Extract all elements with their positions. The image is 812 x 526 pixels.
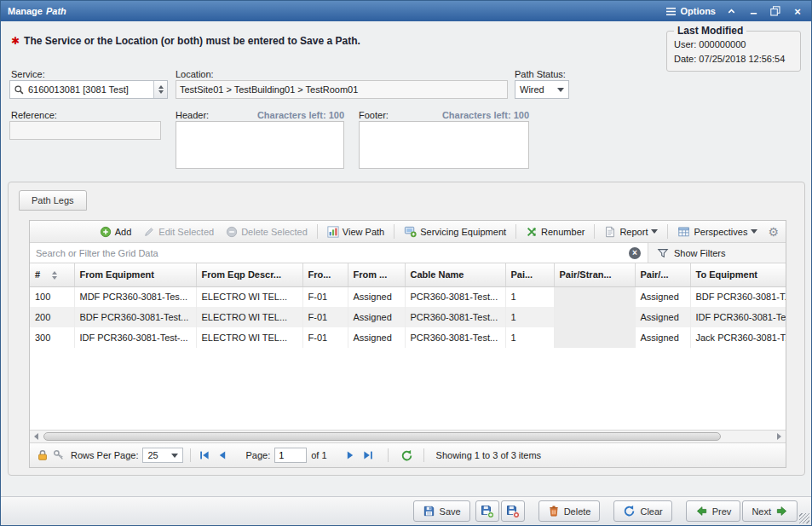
report-button[interactable]: Report — [599, 224, 663, 240]
cell[interactable]: PCR360-3081-Test... — [405, 327, 505, 348]
prev-page-button[interactable] — [216, 448, 229, 462]
cell[interactable]: IDF PCR360-3081-Test-... — [74, 327, 196, 348]
service-picker-trigger[interactable] — [153, 81, 167, 98]
cell[interactable]: Assigned — [348, 286, 405, 307]
cell[interactable]: MDF PCR360-3081-Tes... — [74, 286, 196, 307]
save-and-new-button[interactable] — [475, 500, 499, 522]
column-header-number-label: # — [35, 269, 40, 280]
cell[interactable]: Assigned — [635, 327, 690, 348]
cell[interactable]: 100 — [30, 286, 74, 307]
scrollbar-thumb[interactable] — [43, 432, 721, 441]
required-marker-icon: ✱ — [11, 35, 20, 47]
edit-selected-label: Edit Selected — [158, 227, 214, 237]
clear-search-button[interactable]: × — [629, 247, 641, 259]
next-button[interactable]: Next — [742, 500, 798, 522]
edit-selected-button[interactable]: Edit Selected — [138, 224, 219, 240]
column-header-cable-name[interactable]: Cable Name — [405, 263, 505, 286]
cell[interactable] — [554, 307, 635, 327]
service-field[interactable]: 6160013081 [3081 Test] — [9, 80, 168, 99]
cell[interactable]: BDF PCR360-3081-T... — [690, 286, 786, 307]
cell[interactable]: PCR360-3081-Test... — [405, 307, 505, 327]
clear-button[interactable]: Clear — [613, 500, 671, 522]
perspectives-button[interactable]: Perspectives — [672, 224, 763, 240]
cell[interactable]: 1 — [505, 307, 554, 327]
table-row[interactable]: 200 BDF PCR360-3081-Test... ELECTRO WI T… — [30, 307, 786, 327]
trash-icon — [548, 505, 560, 517]
key-button[interactable] — [53, 449, 65, 461]
next-page-button[interactable] — [343, 448, 357, 462]
cell[interactable]: Assigned — [635, 286, 690, 307]
cell[interactable]: Assigned — [348, 327, 405, 348]
filter-funnel-icon — [657, 247, 669, 259]
cell[interactable]: Assigned — [348, 307, 405, 327]
cell[interactable]: 300 — [30, 327, 74, 348]
cell[interactable]: BDF PCR360-3081-Test... — [74, 307, 196, 327]
save-and-close-button[interactable] — [501, 500, 525, 522]
path-status-select[interactable]: Wired — [515, 80, 569, 99]
tab-path-legs[interactable]: Path Legs — [19, 190, 87, 211]
delete-button[interactable]: Delete — [538, 500, 601, 522]
rows-per-page-select[interactable]: 25 — [142, 448, 183, 463]
scroll-right-button[interactable] — [773, 431, 786, 442]
column-header-from[interactable]: From ... — [348, 263, 405, 286]
table-row[interactable]: 300 IDF PCR360-3081-Test-... ELECTRO WI … — [30, 327, 786, 348]
column-header-pai[interactable]: Pai... — [505, 263, 554, 286]
cell[interactable]: 1 — [505, 286, 554, 307]
cell[interactable]: Jack PCR360-3081-T... — [690, 327, 786, 348]
view-path-button[interactable]: View Path — [322, 224, 389, 240]
cell[interactable]: IDF PCR360-3081-Te... — [690, 307, 786, 327]
column-header-pair[interactable]: Pair/... — [635, 263, 690, 286]
header-textarea[interactable] — [176, 121, 344, 169]
save-button[interactable]: Save — [413, 500, 470, 522]
cell[interactable]: ELECTRO WI TEL... — [196, 286, 302, 307]
cell[interactable]: F-01 — [302, 307, 348, 327]
column-header-fro[interactable]: Fro... — [302, 263, 348, 286]
servicing-equipment-button[interactable]: Servicing Equipment — [399, 223, 511, 240]
grid-settings-button[interactable]: ⚙ — [764, 225, 782, 239]
scroll-left-button[interactable] — [30, 431, 43, 442]
grid-body: # From Equipment From Eqp Descr... Fro..… — [30, 263, 786, 430]
delete-selected-button[interactable]: Delete Selected — [221, 224, 313, 240]
prev-label: Prev — [712, 506, 732, 517]
column-header-pair-stran[interactable]: Pair/Stran... — [554, 263, 635, 286]
cell[interactable]: ELECTRO WI TEL... — [196, 307, 302, 327]
popout-button[interactable] — [769, 4, 782, 18]
cell[interactable]: F-01 — [302, 327, 348, 348]
column-header-to-equipment[interactable]: To Equipment — [690, 263, 786, 286]
collapse-button[interactable] — [724, 4, 738, 18]
delete-selected-label: Delete Selected — [241, 227, 308, 237]
cell[interactable]: F-01 — [302, 286, 348, 307]
add-label: Add — [115, 227, 132, 237]
footer-textarea[interactable] — [359, 121, 529, 169]
horizontal-scrollbar[interactable] — [30, 430, 786, 442]
show-filters-button[interactable]: Show Filters — [648, 243, 786, 263]
page-input[interactable] — [274, 448, 307, 463]
cell[interactable] — [554, 327, 635, 348]
minimize-button[interactable] — [746, 4, 760, 18]
location-field[interactable]: TestSite01 > TestBuilding01 > TestRoom01 — [176, 80, 508, 99]
scroll-right-icon — [777, 433, 781, 440]
renumber-button[interactable]: Renumber — [521, 224, 590, 240]
column-header-from-equipment[interactable]: From Equipment — [74, 263, 196, 286]
cell[interactable] — [554, 286, 635, 307]
column-header-from-eqp-descr[interactable]: From Eqp Descr... — [196, 263, 302, 286]
options-button[interactable]: Options — [665, 6, 716, 16]
refresh-button[interactable] — [400, 448, 414, 462]
table-row[interactable]: 100 MDF PCR360-3081-Tes... ELECTRO WI TE… — [30, 286, 786, 307]
resize-grip[interactable] — [799, 513, 809, 523]
reference-input[interactable] — [9, 121, 161, 140]
prev-button[interactable]: Prev — [686, 500, 741, 522]
add-button[interactable]: Add — [95, 224, 137, 240]
show-filters-label: Show Filters — [674, 248, 726, 258]
cell[interactable]: ELECTRO WI TEL... — [196, 327, 302, 348]
cell[interactable]: PCR360-3081-Test... — [405, 286, 505, 307]
cell[interactable]: 1 — [505, 327, 554, 348]
last-page-button[interactable] — [361, 448, 375, 462]
first-page-button[interactable] — [198, 448, 211, 462]
lock-button[interactable] — [37, 449, 49, 461]
search-input[interactable] — [30, 248, 629, 258]
cell[interactable]: Assigned — [635, 307, 690, 327]
close-button[interactable]: × — [791, 4, 804, 18]
column-header-number[interactable]: # — [30, 263, 74, 286]
cell[interactable]: 200 — [30, 307, 74, 327]
